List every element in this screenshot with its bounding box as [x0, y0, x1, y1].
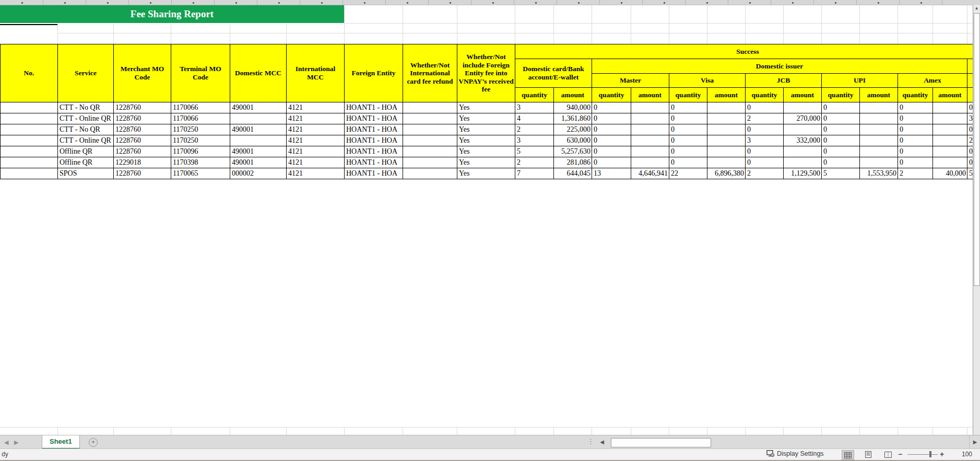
table-cell[interactable]: 1170066: [171, 102, 230, 113]
zoom-slider[interactable]: [907, 454, 938, 455]
table-cell[interactable]: 6,896,380: [707, 168, 746, 179]
table-cell[interactable]: [933, 135, 967, 146]
table-cell[interactable]: 3: [515, 135, 554, 146]
table-cell[interactable]: 1228760: [114, 113, 171, 124]
table-cell[interactable]: 332,000: [784, 135, 822, 146]
table-cell[interactable]: 4121: [287, 102, 345, 113]
table-cell[interactable]: CTT - No QR: [58, 124, 114, 135]
table-cell[interactable]: 0: [669, 135, 707, 146]
table-cell[interactable]: [631, 113, 669, 124]
table-cell[interactable]: 0: [592, 102, 631, 113]
table-cell[interactable]: 5: [515, 146, 554, 157]
table-cell[interactable]: 490001: [230, 102, 287, 113]
table-cell[interactable]: 0: [746, 157, 784, 168]
scroll-left-icon[interactable]: ◀: [597, 435, 607, 449]
header-include-fe-fee[interactable]: Whether/Not include Foreign Entity fee i…: [457, 44, 515, 102]
table-cell[interactable]: Yes: [457, 157, 515, 168]
header-intl-refund[interactable]: Whether/Not International card fee refun…: [403, 44, 457, 102]
table-cell[interactable]: HOANT1 - HOA: [345, 124, 403, 135]
table-cell[interactable]: 5,257,630: [554, 146, 592, 157]
table-cell[interactable]: 281,086: [554, 157, 592, 168]
zoom-level[interactable]: 100: [962, 451, 972, 458]
table-cell[interactable]: [860, 113, 898, 124]
table-cell[interactable]: [933, 124, 967, 135]
table-cell[interactable]: 0: [898, 157, 933, 168]
table-cell[interactable]: 4,646,941: [631, 168, 669, 179]
table-cell[interactable]: 1228760: [114, 102, 171, 113]
table-cell[interactable]: 1170398: [171, 157, 230, 168]
table-cell[interactable]: 4121: [287, 113, 345, 124]
header-quantity[interactable]: quantity: [898, 88, 933, 102]
zoom-in-button[interactable]: +: [940, 450, 944, 458]
table-cell[interactable]: 1228760: [114, 135, 171, 146]
table-cell[interactable]: [230, 113, 287, 124]
table-cell[interactable]: HOANT1 - HOA: [345, 102, 403, 113]
table-cell[interactable]: [1, 146, 58, 157]
table-cell[interactable]: 0: [746, 146, 784, 157]
normal-view-button[interactable]: [842, 450, 854, 460]
table-cell[interactable]: 0: [592, 135, 631, 146]
table-cell[interactable]: 40,000: [933, 168, 967, 179]
table-cell[interactable]: [860, 146, 898, 157]
report-title-bar[interactable]: Fee Sharing Report: [0, 5, 344, 23]
table-cell[interactable]: [933, 113, 967, 124]
page-break-view-button[interactable]: [882, 450, 894, 459]
table-cell[interactable]: [707, 124, 746, 135]
table-cell[interactable]: CTT - Online QR: [58, 135, 114, 146]
sheet-tab-sheet1[interactable]: Sheet1: [42, 435, 80, 449]
header-no[interactable]: No.: [1, 44, 58, 102]
table-cell[interactable]: 0: [822, 146, 860, 157]
scrollbar-splitter-handle[interactable]: ⋮: [587, 437, 594, 445]
header-amount[interactable]: amount: [860, 88, 898, 102]
table-cell[interactable]: 1,129,500: [784, 168, 822, 179]
table-cell[interactable]: [860, 157, 898, 168]
header-international-mcc[interactable]: International MCC: [287, 44, 345, 102]
header-dc-wallet[interactable]: Domestic card/Bank account/E-wallet: [515, 59, 592, 88]
table-cell[interactable]: Yes: [457, 102, 515, 113]
table-cell[interactable]: [403, 124, 457, 135]
table-cell[interactable]: [784, 102, 822, 113]
table-cell[interactable]: [403, 113, 457, 124]
table-cell[interactable]: [933, 157, 967, 168]
header-domestic-issuer[interactable]: Domestic issuer: [592, 59, 967, 74]
table-cell[interactable]: [1, 102, 58, 113]
table-cell[interactable]: [707, 135, 746, 146]
table-cell[interactable]: HOANT1 - HOA: [345, 157, 403, 168]
table-cell[interactable]: Offline QR: [58, 146, 114, 157]
table-cell[interactable]: 0: [669, 157, 707, 168]
table-cell[interactable]: 3: [746, 135, 784, 146]
header-domestic-mcc[interactable]: Domestic MCC: [230, 44, 287, 102]
table-cell[interactable]: 0: [592, 124, 631, 135]
table-cell[interactable]: HOANT1 - HOA: [345, 168, 403, 179]
table-cell[interactable]: 0: [822, 124, 860, 135]
table-cell[interactable]: [707, 146, 746, 157]
table-cell[interactable]: 0: [822, 157, 860, 168]
table-cell[interactable]: 2: [746, 168, 784, 179]
header-terminal-mo[interactable]: Terminal MO Code: [171, 44, 230, 102]
table-cell[interactable]: 1228760: [114, 124, 171, 135]
table-cell[interactable]: 3: [515, 102, 554, 113]
table-cell[interactable]: 490001: [230, 124, 287, 135]
header-issuer-jcb[interactable]: JCB: [746, 74, 822, 88]
table-cell[interactable]: [860, 124, 898, 135]
zoom-slider-thumb[interactable]: [929, 451, 931, 457]
table-cell[interactable]: 225,000: [554, 124, 592, 135]
table-cell[interactable]: 1,361,860: [554, 113, 592, 124]
table-cell[interactable]: [403, 135, 457, 146]
table-cell[interactable]: [403, 157, 457, 168]
table-cell[interactable]: [403, 102, 457, 113]
table-cell[interactable]: [933, 146, 967, 157]
table-cell[interactable]: Yes: [457, 135, 515, 146]
table-cell[interactable]: 1228760: [114, 146, 171, 157]
table-cell[interactable]: Offline QR: [58, 157, 114, 168]
header-success[interactable]: Success: [515, 44, 980, 59]
table-cell[interactable]: 0: [822, 135, 860, 146]
table-cell[interactable]: [784, 146, 822, 157]
table-cell[interactable]: [631, 157, 669, 168]
table-cell[interactable]: 0: [746, 102, 784, 113]
sheet-nav-right-icon[interactable]: ▶: [14, 435, 18, 449]
table-cell[interactable]: 0: [669, 113, 707, 124]
table-cell[interactable]: 13: [592, 168, 631, 179]
table-cell[interactable]: [1, 113, 58, 124]
table-cell[interactable]: 2: [515, 124, 554, 135]
